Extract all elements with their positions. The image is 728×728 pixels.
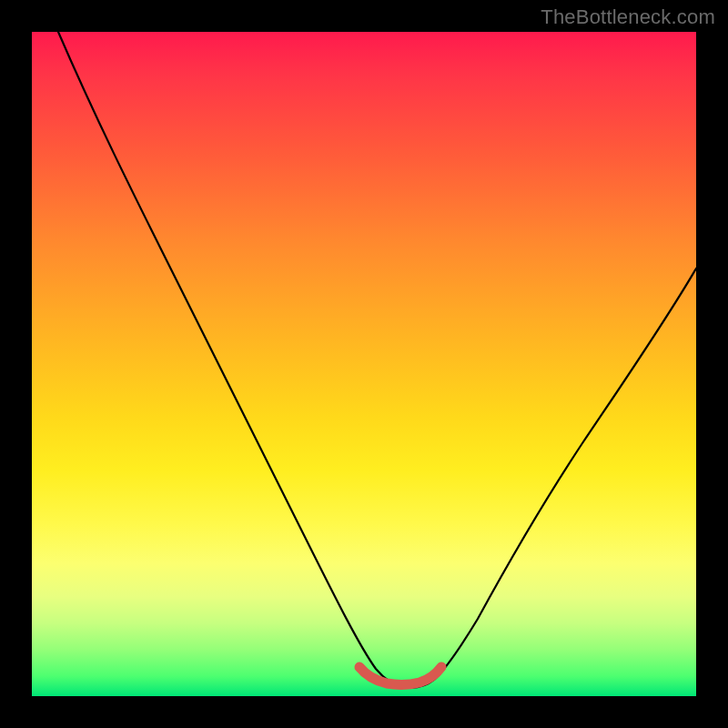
chart-frame: TheBottleneck.com <box>0 0 728 728</box>
plot-area <box>32 32 696 696</box>
watermark-text: TheBottleneck.com <box>541 5 715 29</box>
target-band <box>359 667 441 684</box>
chart-svg <box>32 32 696 696</box>
bottleneck-curve <box>58 32 696 688</box>
